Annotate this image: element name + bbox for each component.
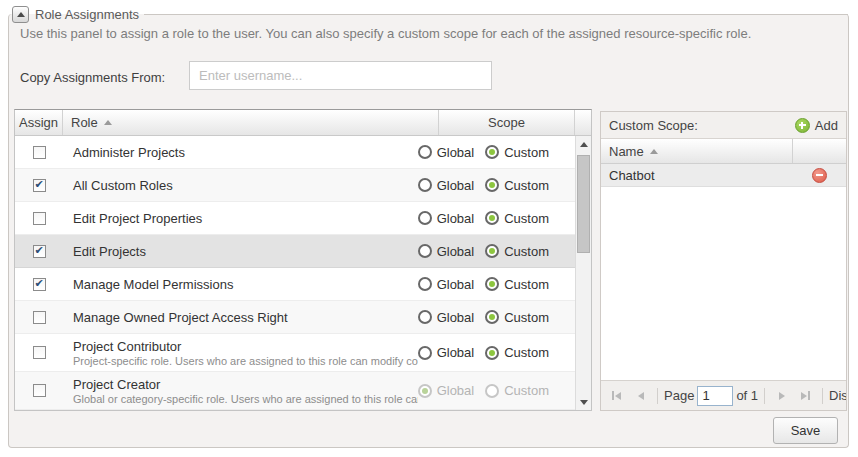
role-name: All Custom Roles [73, 178, 418, 193]
assign-checkbox[interactable] [33, 346, 46, 359]
roles-table-body: Administer ProjectsGlobalCustomAll Custo… [15, 136, 591, 410]
roles-table-header: Assign Role Scope [15, 110, 591, 136]
sort-asc-icon [104, 120, 112, 125]
role-name: Edit Project Properties [73, 211, 418, 226]
scope-custom-label: Custom [504, 244, 549, 259]
custom-scope-titlebar: Custom Scope: Add [601, 112, 846, 139]
scope-cell: GlobalCustom [418, 277, 591, 292]
assign-cell [15, 146, 63, 159]
panel-description: Use this panel to assign a role to the u… [20, 26, 834, 41]
vertical-scrollbar[interactable] [575, 136, 591, 410]
role-description: Project-specific role. Users who are ass… [73, 355, 418, 367]
last-page-button[interactable] [795, 386, 816, 406]
scope-custom-radio[interactable] [485, 384, 499, 398]
scope-custom-label: Custom [504, 145, 549, 160]
column-header-assign[interactable]: Assign [15, 110, 63, 135]
remove-scope-button[interactable] [812, 168, 827, 183]
assign-cell [15, 384, 63, 397]
column-header-role[interactable]: Role [63, 110, 438, 135]
role-name: Edit Projects [73, 244, 418, 259]
save-button[interactable]: Save [773, 417, 838, 444]
collapse-up-icon [17, 12, 25, 17]
last-page-icon [808, 391, 810, 400]
scope-global-radio[interactable] [418, 145, 432, 159]
page: { "panel": { "title": "Role Assignments"… [0, 0, 858, 457]
scope-global-radio[interactable] [418, 211, 432, 225]
role-row[interactable]: Project ContributorProject-specific role… [15, 334, 591, 372]
scroll-down-button[interactable] [576, 394, 591, 410]
pager-separator [822, 388, 823, 404]
copy-assignments-label: Copy Assignments From: [20, 70, 165, 85]
scope-cell: GlobalCustom [418, 178, 591, 193]
role-row[interactable]: Manage Model PermissionsGlobalCustom [15, 268, 591, 301]
scope-custom-radio[interactable] [485, 346, 499, 360]
scope-custom-label: Custom [504, 178, 549, 193]
next-page-button[interactable] [771, 386, 792, 406]
role-header-label: Role [71, 115, 98, 130]
roles-rows: Administer ProjectsGlobalCustomAll Custo… [15, 136, 591, 410]
scope-table-header: Name [601, 139, 846, 164]
assign-checkbox[interactable] [33, 311, 46, 324]
add-scope-button[interactable]: Add [795, 118, 838, 133]
scope-global-radio[interactable] [418, 384, 432, 398]
assign-checkbox[interactable] [33, 384, 46, 397]
scope-global-radio[interactable] [418, 178, 432, 192]
assign-checkbox[interactable] [33, 212, 46, 225]
page-label: Page [664, 388, 694, 403]
pager-separator [657, 388, 658, 404]
scope-custom-radio[interactable] [485, 310, 499, 324]
role-row[interactable]: Edit Project PropertiesGlobalCustom [15, 202, 591, 235]
assign-checkbox[interactable] [33, 146, 46, 159]
scope-global-radio[interactable] [418, 277, 432, 291]
scope-custom-radio[interactable] [485, 211, 499, 225]
scope-global-label: Global [437, 277, 475, 292]
scroll-down-icon [580, 400, 588, 405]
scope-custom-radio[interactable] [485, 244, 499, 258]
first-page-arrow-icon [615, 392, 621, 400]
collapse-panel-button[interactable] [12, 6, 29, 23]
role-row[interactable]: Project CreatorGlobal or category-specif… [15, 372, 591, 410]
role-cell: All Custom Roles [63, 178, 418, 193]
assign-checkbox[interactable] [33, 179, 46, 192]
scope-global-radio[interactable] [418, 346, 432, 360]
assign-checkbox[interactable] [33, 278, 46, 291]
column-header-scope[interactable]: Scope [438, 110, 574, 135]
next-page-icon [779, 392, 785, 400]
scope-custom-label: Custom [504, 345, 549, 360]
scope-item-name: Chatbot [601, 168, 792, 183]
assign-cell [15, 346, 63, 359]
scope-custom-radio[interactable] [485, 178, 499, 192]
scroll-up-button[interactable] [576, 136, 591, 152]
scope-cell: GlobalCustom [418, 345, 591, 360]
assign-cell [15, 278, 63, 291]
custom-scope-title: Custom Scope: [609, 118, 795, 133]
scope-custom-label: Custom [504, 310, 549, 325]
column-header-name[interactable]: Name [601, 144, 792, 159]
first-page-icon [612, 391, 614, 400]
role-cell: Manage Model Permissions [63, 277, 418, 292]
role-row[interactable]: Manage Owned Project Access RightGlobalC… [15, 301, 591, 334]
role-row[interactable]: Edit ProjectsGlobalCustom [15, 235, 591, 268]
roles-table: Assign Role Scope Administer ProjectsGlo… [14, 109, 592, 411]
scope-global-radio[interactable] [418, 310, 432, 324]
role-cell: Administer Projects [63, 145, 418, 160]
role-cell: Manage Owned Project Access Right [63, 310, 418, 325]
scope-item-row[interactable]: Chatbot [601, 164, 846, 187]
role-row[interactable]: Administer ProjectsGlobalCustom [15, 136, 591, 169]
first-page-button[interactable] [606, 386, 627, 406]
scope-custom-radio[interactable] [485, 277, 499, 291]
role-assignments-panel: Role Assignments Use this panel to assig… [8, 14, 849, 448]
previous-page-button[interactable] [630, 386, 651, 406]
copy-assignments-input[interactable] [189, 61, 492, 90]
assign-checkbox[interactable] [33, 245, 46, 258]
scope-item-action-cell [792, 168, 846, 183]
scope-global-radio[interactable] [418, 244, 432, 258]
scope-header-label: Scope [488, 115, 525, 130]
page-number-input[interactable] [697, 386, 733, 406]
scope-cell: GlobalCustom [418, 383, 591, 398]
scope-global-label: Global [437, 383, 475, 398]
assign-cell [15, 311, 63, 324]
scrollbar-thumb[interactable] [577, 155, 590, 253]
role-row[interactable]: All Custom RolesGlobalCustom [15, 169, 591, 202]
scope-custom-radio[interactable] [485, 145, 499, 159]
